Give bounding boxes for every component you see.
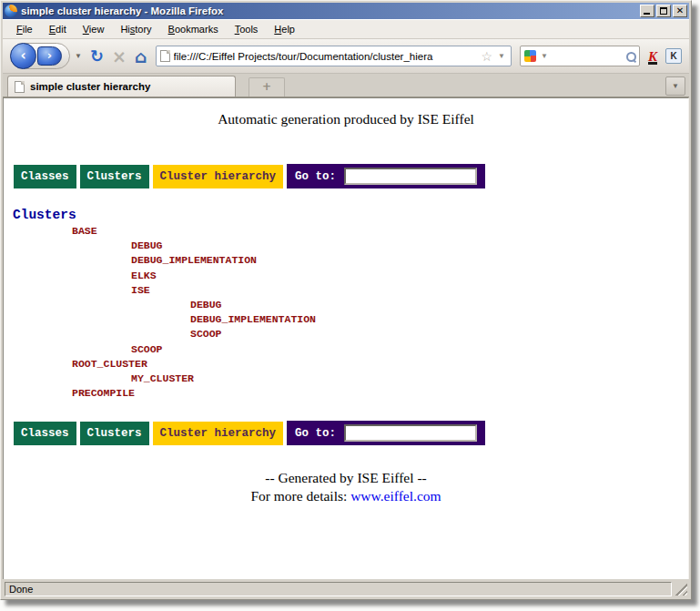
tab-bar: simple cluster hierarchy + ▼ (3, 74, 689, 97)
stop-icon: × (112, 49, 127, 64)
tab-label: simple cluster hierarchy (30, 81, 150, 92)
search-box[interactable]: ▼ (520, 46, 640, 66)
url-bar[interactable]: ☆ ▼ (156, 46, 512, 66)
cluster-link-debug_implementation[interactable]: DEBUG_IMPLEMENTATION (4, 253, 688, 268)
goto-input-bottom[interactable] (344, 424, 477, 442)
cluster-link-scoop[interactable]: SCOOP (4, 342, 688, 357)
classes-button[interactable]: Classes (14, 165, 76, 188)
tab-simple-cluster-hierarchy[interactable]: simple cluster hierarchy (7, 76, 236, 97)
list-all-tabs-icon[interactable]: ▼ (665, 76, 685, 96)
generated-by-text: -- Generated by ISE Eiffel -- (4, 469, 688, 487)
menu-help[interactable]: Help (266, 21, 303, 37)
cluster-link-my_cluster[interactable]: MY_CLUSTER (4, 372, 688, 386)
goto-label: Go to: (295, 170, 336, 183)
menu-history[interactable]: History (112, 21, 159, 37)
back-button[interactable]: ‹ (10, 43, 36, 69)
search-magnifier-icon[interactable] (626, 52, 635, 61)
k-addon-button[interactable]: K (665, 48, 682, 64)
goto-block-top: Go to: (287, 164, 485, 188)
cluster-link-debug[interactable]: DEBUG (4, 298, 688, 312)
minimize-button[interactable] (640, 5, 654, 17)
bookmark-star-icon[interactable]: ☆ (482, 49, 493, 64)
menu-file[interactable]: File (8, 21, 41, 37)
clusters-heading: Clusters (13, 208, 688, 222)
close-button[interactable]: ✕ (673, 5, 687, 17)
cluster-tree: BASEDEBUGDEBUG_IMPLEMENTATIONELKSISEDEBU… (4, 224, 688, 401)
cluster-link-debug[interactable]: DEBUG (4, 239, 688, 253)
more-details-line: For more details: www.eiffel.com (4, 487, 688, 505)
clusters-button-bottom[interactable]: Clusters (80, 422, 149, 445)
cluster-link-ise[interactable]: ISE (4, 283, 688, 298)
maximize-button[interactable] (656, 5, 671, 17)
history-dropdown-icon[interactable]: ▼ (75, 52, 82, 60)
cluster-link-base[interactable]: BASE (4, 224, 688, 239)
back-forward-group: ‹ › (10, 43, 70, 69)
tab-page-icon (15, 81, 25, 93)
page-content: Automatic generation produced by ISE Eif… (3, 97, 689, 579)
google-search-icon[interactable] (524, 50, 536, 62)
cluster-link-scoop[interactable]: SCOOP (4, 327, 688, 341)
menu-bar: FileEditViewHistoryBookmarksToolsHelp (3, 19, 689, 39)
navigation-toolbar: ‹ › ▼ ↻ × ⌂ ☆ ▼ ▼ K K (3, 39, 689, 74)
goto-label-bottom: Go to: (295, 427, 336, 440)
search-input[interactable] (553, 51, 624, 62)
goto-block-bottom: Go to: (287, 421, 485, 445)
new-tab-button[interactable]: + (249, 77, 285, 97)
page-title: Automatic generation produced by ISE Eif… (4, 111, 688, 127)
cluster-link-debug_implementation[interactable]: DEBUG_IMPLEMENTATION (4, 312, 688, 327)
page-footer: -- Generated by ISE Eiffel -- For more d… (4, 469, 688, 505)
nav-row-top: Classes Clusters Cluster hierarchy Go to… (14, 164, 688, 188)
forward-button[interactable]: › (37, 46, 62, 66)
status-text: Done (5, 582, 672, 596)
nav-row-bottom: Classes Clusters Cluster hierarchy Go to… (14, 421, 688, 445)
goto-input-top[interactable] (344, 168, 477, 185)
browser-window: simple cluster hierarchy - Mozilla Firef… (0, 0, 692, 600)
menu-edit[interactable]: Edit (41, 21, 75, 37)
menu-bookmarks[interactable]: Bookmarks (160, 21, 227, 37)
clusters-button[interactable]: Clusters (80, 165, 149, 188)
home-icon[interactable]: ⌂ (135, 46, 147, 66)
status-bar: Done (3, 579, 689, 597)
cluster-hierarchy-button-bottom[interactable]: Cluster hierarchy (153, 422, 284, 445)
cluster-hierarchy-button[interactable]: Cluster hierarchy (153, 165, 284, 188)
kaspersky-icon[interactable]: K (648, 49, 657, 64)
window-title: simple cluster hierarchy - Mozilla Firef… (21, 5, 223, 16)
url-input[interactable] (174, 51, 478, 62)
title-bar[interactable]: simple cluster hierarchy - Mozilla Firef… (3, 3, 689, 19)
classes-button-bottom[interactable]: Classes (14, 422, 76, 445)
firefox-icon (5, 5, 17, 17)
cluster-link-root_cluster[interactable]: ROOT_CLUSTER (4, 357, 688, 372)
resize-grip[interactable] (674, 582, 687, 596)
menu-tools[interactable]: Tools (227, 21, 267, 37)
page-icon (160, 50, 170, 62)
eiffel-link[interactable]: www.eiffel.com (350, 488, 441, 504)
cluster-link-elks[interactable]: ELKS (4, 269, 688, 283)
cluster-link-precompile[interactable]: PRECOMPILE (4, 386, 688, 401)
search-engine-dropdown-icon[interactable]: ▼ (539, 52, 550, 60)
refresh-icon[interactable]: ↻ (90, 46, 104, 66)
more-details-text: For more details: (250, 488, 350, 504)
url-dropdown-icon[interactable]: ▼ (496, 52, 507, 60)
menu-view[interactable]: View (75, 21, 113, 37)
